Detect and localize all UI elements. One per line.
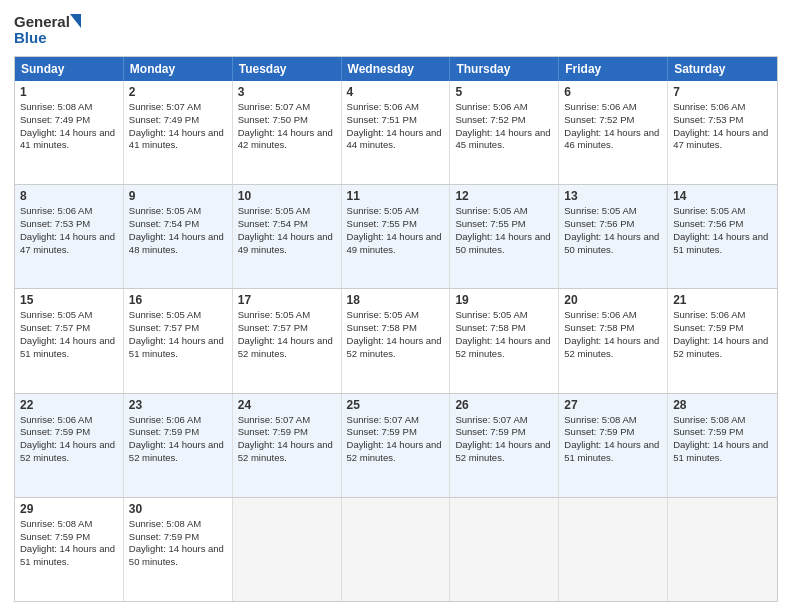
calendar-cell: 23Sunrise: 5:06 AMSunset: 7:59 PMDayligh… <box>124 394 233 497</box>
svg-text:Blue: Blue <box>14 29 47 46</box>
logo-svg: GeneralBlue <box>14 10 84 48</box>
calendar-cell: 17Sunrise: 5:05 AMSunset: 7:57 PMDayligh… <box>233 289 342 392</box>
calendar-cell: 12Sunrise: 5:05 AMSunset: 7:55 PMDayligh… <box>450 185 559 288</box>
cell-day-number: 28 <box>673 398 772 412</box>
cell-info: Sunrise: 5:05 AMSunset: 7:57 PMDaylight:… <box>129 309 227 360</box>
cell-day-number: 15 <box>20 293 118 307</box>
calendar-row: 15Sunrise: 5:05 AMSunset: 7:57 PMDayligh… <box>15 288 777 392</box>
svg-text:General: General <box>14 13 70 30</box>
cell-day-number: 25 <box>347 398 445 412</box>
cell-info: Sunrise: 5:06 AMSunset: 7:59 PMDaylight:… <box>673 309 772 360</box>
header-day: Wednesday <box>342 57 451 81</box>
cell-day-number: 27 <box>564 398 662 412</box>
cell-day-number: 29 <box>20 502 118 516</box>
calendar-cell: 20Sunrise: 5:06 AMSunset: 7:58 PMDayligh… <box>559 289 668 392</box>
calendar-cell: 4Sunrise: 5:06 AMSunset: 7:51 PMDaylight… <box>342 81 451 184</box>
cell-info: Sunrise: 5:07 AMSunset: 7:50 PMDaylight:… <box>238 101 336 152</box>
cell-info: Sunrise: 5:06 AMSunset: 7:59 PMDaylight:… <box>129 414 227 465</box>
cell-day-number: 8 <box>20 189 118 203</box>
cell-info: Sunrise: 5:05 AMSunset: 7:58 PMDaylight:… <box>347 309 445 360</box>
cell-day-number: 11 <box>347 189 445 203</box>
calendar-cell: 11Sunrise: 5:05 AMSunset: 7:55 PMDayligh… <box>342 185 451 288</box>
calendar-row: 1Sunrise: 5:08 AMSunset: 7:49 PMDaylight… <box>15 81 777 184</box>
calendar-row: 22Sunrise: 5:06 AMSunset: 7:59 PMDayligh… <box>15 393 777 497</box>
cell-day-number: 5 <box>455 85 553 99</box>
svg-marker-2 <box>70 14 81 28</box>
calendar: SundayMondayTuesdayWednesdayThursdayFrid… <box>14 56 778 602</box>
cell-info: Sunrise: 5:06 AMSunset: 7:53 PMDaylight:… <box>673 101 772 152</box>
calendar-cell: 6Sunrise: 5:06 AMSunset: 7:52 PMDaylight… <box>559 81 668 184</box>
calendar-cell <box>559 498 668 601</box>
cell-day-number: 23 <box>129 398 227 412</box>
calendar-cell: 3Sunrise: 5:07 AMSunset: 7:50 PMDaylight… <box>233 81 342 184</box>
cell-info: Sunrise: 5:05 AMSunset: 7:54 PMDaylight:… <box>238 205 336 256</box>
header-day: Tuesday <box>233 57 342 81</box>
cell-day-number: 12 <box>455 189 553 203</box>
header-day: Friday <box>559 57 668 81</box>
calendar-cell <box>450 498 559 601</box>
cell-day-number: 30 <box>129 502 227 516</box>
calendar-row: 29Sunrise: 5:08 AMSunset: 7:59 PMDayligh… <box>15 497 777 601</box>
calendar-cell: 15Sunrise: 5:05 AMSunset: 7:57 PMDayligh… <box>15 289 124 392</box>
cell-day-number: 16 <box>129 293 227 307</box>
calendar-cell: 9Sunrise: 5:05 AMSunset: 7:54 PMDaylight… <box>124 185 233 288</box>
cell-info: Sunrise: 5:05 AMSunset: 7:57 PMDaylight:… <box>238 309 336 360</box>
calendar-cell: 1Sunrise: 5:08 AMSunset: 7:49 PMDaylight… <box>15 81 124 184</box>
cell-day-number: 19 <box>455 293 553 307</box>
cell-info: Sunrise: 5:05 AMSunset: 7:54 PMDaylight:… <box>129 205 227 256</box>
cell-info: Sunrise: 5:05 AMSunset: 7:56 PMDaylight:… <box>673 205 772 256</box>
calendar-cell: 16Sunrise: 5:05 AMSunset: 7:57 PMDayligh… <box>124 289 233 392</box>
cell-day-number: 18 <box>347 293 445 307</box>
calendar-cell <box>342 498 451 601</box>
cell-info: Sunrise: 5:06 AMSunset: 7:58 PMDaylight:… <box>564 309 662 360</box>
cell-info: Sunrise: 5:06 AMSunset: 7:59 PMDaylight:… <box>20 414 118 465</box>
cell-day-number: 26 <box>455 398 553 412</box>
cell-day-number: 10 <box>238 189 336 203</box>
cell-day-number: 9 <box>129 189 227 203</box>
calendar-header: SundayMondayTuesdayWednesdayThursdayFrid… <box>15 57 777 81</box>
calendar-cell: 8Sunrise: 5:06 AMSunset: 7:53 PMDaylight… <box>15 185 124 288</box>
calendar-cell: 5Sunrise: 5:06 AMSunset: 7:52 PMDaylight… <box>450 81 559 184</box>
cell-info: Sunrise: 5:08 AMSunset: 7:59 PMDaylight:… <box>564 414 662 465</box>
cell-info: Sunrise: 5:07 AMSunset: 7:59 PMDaylight:… <box>455 414 553 465</box>
calendar-row: 8Sunrise: 5:06 AMSunset: 7:53 PMDaylight… <box>15 184 777 288</box>
calendar-cell: 30Sunrise: 5:08 AMSunset: 7:59 PMDayligh… <box>124 498 233 601</box>
calendar-cell: 28Sunrise: 5:08 AMSunset: 7:59 PMDayligh… <box>668 394 777 497</box>
cell-day-number: 22 <box>20 398 118 412</box>
page: GeneralBlue SundayMondayTuesdayWednesday… <box>0 0 792 612</box>
cell-day-number: 3 <box>238 85 336 99</box>
cell-info: Sunrise: 5:06 AMSunset: 7:53 PMDaylight:… <box>20 205 118 256</box>
cell-day-number: 14 <box>673 189 772 203</box>
cell-day-number: 4 <box>347 85 445 99</box>
calendar-cell: 2Sunrise: 5:07 AMSunset: 7:49 PMDaylight… <box>124 81 233 184</box>
cell-info: Sunrise: 5:07 AMSunset: 7:49 PMDaylight:… <box>129 101 227 152</box>
calendar-cell: 26Sunrise: 5:07 AMSunset: 7:59 PMDayligh… <box>450 394 559 497</box>
calendar-cell: 13Sunrise: 5:05 AMSunset: 7:56 PMDayligh… <box>559 185 668 288</box>
cell-info: Sunrise: 5:07 AMSunset: 7:59 PMDaylight:… <box>238 414 336 465</box>
calendar-cell: 25Sunrise: 5:07 AMSunset: 7:59 PMDayligh… <box>342 394 451 497</box>
header-day: Sunday <box>15 57 124 81</box>
header-day: Monday <box>124 57 233 81</box>
calendar-cell: 27Sunrise: 5:08 AMSunset: 7:59 PMDayligh… <box>559 394 668 497</box>
calendar-cell: 10Sunrise: 5:05 AMSunset: 7:54 PMDayligh… <box>233 185 342 288</box>
calendar-cell: 19Sunrise: 5:05 AMSunset: 7:58 PMDayligh… <box>450 289 559 392</box>
cell-info: Sunrise: 5:05 AMSunset: 7:57 PMDaylight:… <box>20 309 118 360</box>
cell-day-number: 7 <box>673 85 772 99</box>
cell-day-number: 20 <box>564 293 662 307</box>
calendar-cell <box>233 498 342 601</box>
calendar-cell: 14Sunrise: 5:05 AMSunset: 7:56 PMDayligh… <box>668 185 777 288</box>
cell-day-number: 2 <box>129 85 227 99</box>
calendar-cell: 24Sunrise: 5:07 AMSunset: 7:59 PMDayligh… <box>233 394 342 497</box>
cell-info: Sunrise: 5:08 AMSunset: 7:59 PMDaylight:… <box>20 518 118 569</box>
cell-info: Sunrise: 5:06 AMSunset: 7:51 PMDaylight:… <box>347 101 445 152</box>
calendar-cell <box>668 498 777 601</box>
calendar-body: 1Sunrise: 5:08 AMSunset: 7:49 PMDaylight… <box>15 81 777 601</box>
header-day: Saturday <box>668 57 777 81</box>
cell-info: Sunrise: 5:08 AMSunset: 7:49 PMDaylight:… <box>20 101 118 152</box>
cell-day-number: 17 <box>238 293 336 307</box>
cell-info: Sunrise: 5:07 AMSunset: 7:59 PMDaylight:… <box>347 414 445 465</box>
cell-info: Sunrise: 5:08 AMSunset: 7:59 PMDaylight:… <box>129 518 227 569</box>
calendar-cell: 18Sunrise: 5:05 AMSunset: 7:58 PMDayligh… <box>342 289 451 392</box>
cell-info: Sunrise: 5:05 AMSunset: 7:58 PMDaylight:… <box>455 309 553 360</box>
cell-day-number: 1 <box>20 85 118 99</box>
